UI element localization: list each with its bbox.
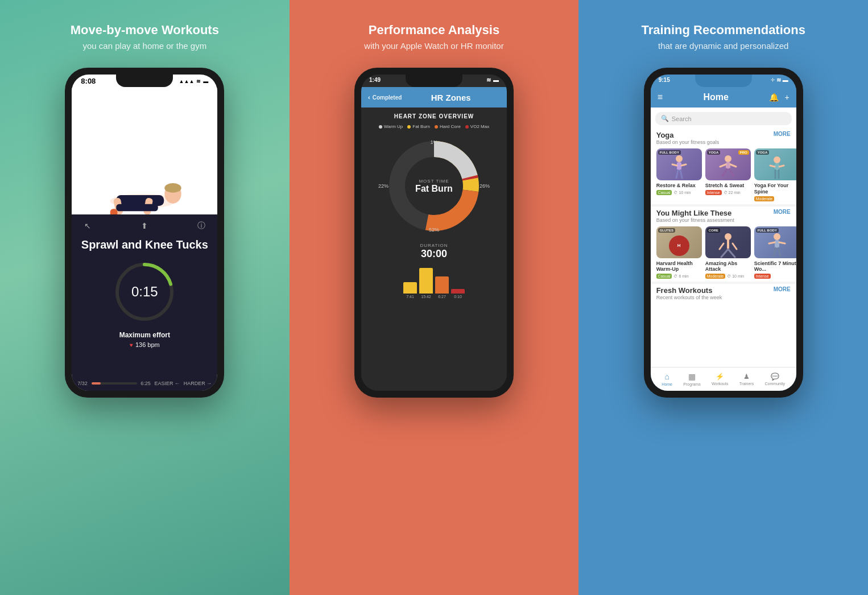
yoga-thumb-1: YOGA PRO bbox=[705, 148, 751, 180]
recommend-card-0[interactable]: GLUTES H Harvard Health Warm-Up Casual ⏱… bbox=[656, 226, 702, 280]
nav-workouts[interactable]: ⚡ Workouts bbox=[712, 373, 728, 386]
hamburger-icon[interactable]: ≡ bbox=[658, 92, 663, 102]
harder-label: HARDER → bbox=[184, 381, 212, 386]
svg-rect-23 bbox=[726, 162, 730, 169]
search-icon: 🔍 bbox=[661, 115, 669, 122]
bar-rect-3 bbox=[451, 289, 465, 294]
nav-trainers[interactable]: ♟ Trainers bbox=[739, 373, 754, 386]
svg-line-21 bbox=[680, 170, 682, 178]
bpm-text: 136 bpm bbox=[135, 341, 160, 348]
phone-2-content: HEART ZONE OVERVIEW Warm Up Fat Burn Har… bbox=[361, 108, 507, 391]
phone-2-status-icons: ≋ ▬ bbox=[486, 77, 499, 83]
svg-point-16 bbox=[676, 155, 683, 162]
back-arrow[interactable]: ‹ bbox=[368, 94, 370, 101]
bar-col-1: 15:42 bbox=[419, 268, 433, 299]
phone-1: 8:08 ▲▲▲ ≋ ▬ bbox=[65, 68, 224, 398]
svg-point-40 bbox=[774, 233, 780, 240]
pct-1: 1% bbox=[430, 139, 437, 145]
battery-icon-2: ▬ bbox=[493, 77, 499, 83]
recommend-meta-0: Casual ⏱ 6 min bbox=[656, 274, 702, 279]
svg-line-31 bbox=[779, 166, 784, 167]
svg-line-24 bbox=[720, 164, 726, 167]
svg-line-26 bbox=[722, 169, 727, 176]
wifi-icon-2: ≋ bbox=[486, 77, 491, 83]
pct-26: 26% bbox=[480, 183, 490, 189]
home-icon: ⌂ bbox=[664, 372, 669, 381]
svg-point-3 bbox=[165, 183, 181, 193]
battery-icon: ▬ bbox=[203, 78, 208, 84]
time-left: 6:25 bbox=[140, 381, 151, 386]
wifi-icon: ≋ bbox=[196, 78, 201, 84]
most-time-label: MOST TIME bbox=[415, 179, 453, 184]
bar-chart: 7:41 15:42 6:27 0:10 bbox=[367, 265, 501, 299]
home-title: Home bbox=[663, 92, 769, 102]
timer-text: 0:15 bbox=[131, 284, 158, 300]
yoga-meta-2: Moderate bbox=[754, 196, 796, 201]
duration-value: 30:00 bbox=[367, 248, 501, 260]
svg-line-37 bbox=[728, 249, 735, 257]
recommend-more-btn[interactable]: MORE bbox=[774, 209, 791, 215]
plus-icon[interactable]: + bbox=[784, 93, 789, 102]
nav-home[interactable]: ⌂ Home bbox=[662, 372, 672, 386]
most-time-zone: Fat Burn bbox=[415, 184, 453, 194]
zone-dot-fatburn bbox=[407, 125, 411, 129]
yoga-person-1 bbox=[711, 154, 745, 180]
nav-programs[interactable]: ▦ Programs bbox=[683, 372, 700, 386]
heart-icon: ♥ bbox=[130, 342, 133, 348]
phone-1-status-icons: ▲▲▲ ≋ ▬ bbox=[179, 78, 209, 84]
yoga-card-1[interactable]: YOGA PRO Stretch & Sweat bbox=[705, 148, 751, 202]
nav-trainers-label: Trainers bbox=[739, 382, 754, 386]
zone-dot-hardcore bbox=[435, 125, 438, 129]
bell-icon[interactable]: 🔔 bbox=[769, 93, 779, 102]
programs-icon: ▦ bbox=[688, 372, 696, 381]
yoga-cards-row: FULL BODY Restore & Relax bbox=[651, 146, 796, 204]
recommend-time-1: ⏱ 10 min bbox=[727, 274, 744, 278]
phone-3-header: ≡ Home 🔔 + bbox=[651, 87, 796, 108]
yoga-section-name: Yoga bbox=[656, 131, 720, 139]
yoga-title-1: Stretch & Sweat bbox=[705, 183, 751, 189]
trainers-icon: ♟ bbox=[743, 373, 750, 381]
yoga-card-0[interactable]: FULL BODY Restore & Relax bbox=[656, 148, 702, 202]
zone-vo2max-label: VO2 Max bbox=[470, 124, 489, 129]
donut-chart-container: MOST TIME Fat Burn 1% 22% 26% 52% bbox=[383, 135, 485, 237]
workouts-icon: ⚡ bbox=[716, 373, 724, 381]
back-icon[interactable]: ↖ bbox=[82, 220, 93, 232]
bar-label-1: 15:42 bbox=[421, 295, 431, 299]
bar-col-0: 7:41 bbox=[403, 282, 417, 299]
section-header-fresh: Fresh Workouts Recent workouts of the we… bbox=[651, 284, 796, 301]
svg-line-19 bbox=[681, 164, 686, 166]
back-label: Completed bbox=[373, 94, 402, 101]
pct-22: 22% bbox=[378, 183, 388, 189]
svg-line-25 bbox=[730, 164, 736, 167]
recommend-card-1[interactable]: CORE Amazing Abs Attack bbox=[705, 226, 751, 280]
zone-legend: Warm Up Fat Burn Hard Core VO2 Max bbox=[367, 124, 501, 129]
svg-line-39 bbox=[733, 243, 737, 249]
yoga-card-2[interactable]: YOGA Yoga For Your Spine bbox=[754, 148, 796, 202]
effort-text: Maximum effort bbox=[119, 331, 170, 339]
svg-line-43 bbox=[779, 242, 785, 243]
recommend-thumb-2: FULL BODY bbox=[754, 226, 796, 258]
nav-community[interactable]: 💬 Community bbox=[765, 373, 785, 386]
bar-col-3: 0:10 bbox=[451, 289, 465, 299]
phone-1-screen: 8:08 ▲▲▲ ≋ ▬ bbox=[72, 75, 217, 391]
fresh-section-name: Fresh Workouts bbox=[656, 286, 722, 295]
fresh-more-btn[interactable]: MORE bbox=[774, 286, 791, 292]
share-icon[interactable]: ⬆ bbox=[139, 220, 150, 232]
duration-section: DURATION 30:00 bbox=[367, 243, 501, 260]
bar-label-2: 6:27 bbox=[438, 295, 446, 299]
svg-point-22 bbox=[725, 155, 731, 162]
abs-person bbox=[711, 232, 745, 258]
nav-home-label: Home bbox=[662, 382, 672, 386]
zone-dot-vo2max bbox=[465, 125, 469, 129]
info-icon[interactable]: ⓘ bbox=[196, 220, 207, 232]
header-icons: 🔔 + bbox=[769, 93, 789, 102]
panel-training: Training Recommendations that are dynami… bbox=[578, 0, 868, 595]
recommend-intensity-1: Moderate bbox=[705, 274, 726, 279]
zone-vo2max: VO2 Max bbox=[465, 124, 489, 129]
recommend-card-2[interactable]: FULL BODY Scientific 7 Minute Wo... bbox=[754, 226, 796, 280]
section-header-recommend: You Might Like These Based on your fitne… bbox=[651, 206, 796, 224]
duration-label: DURATION bbox=[367, 243, 501, 248]
yoga-more-btn[interactable]: MORE bbox=[774, 131, 791, 137]
phone-1-notch bbox=[116, 75, 173, 87]
search-bar[interactable]: 🔍 Search bbox=[655, 112, 792, 125]
